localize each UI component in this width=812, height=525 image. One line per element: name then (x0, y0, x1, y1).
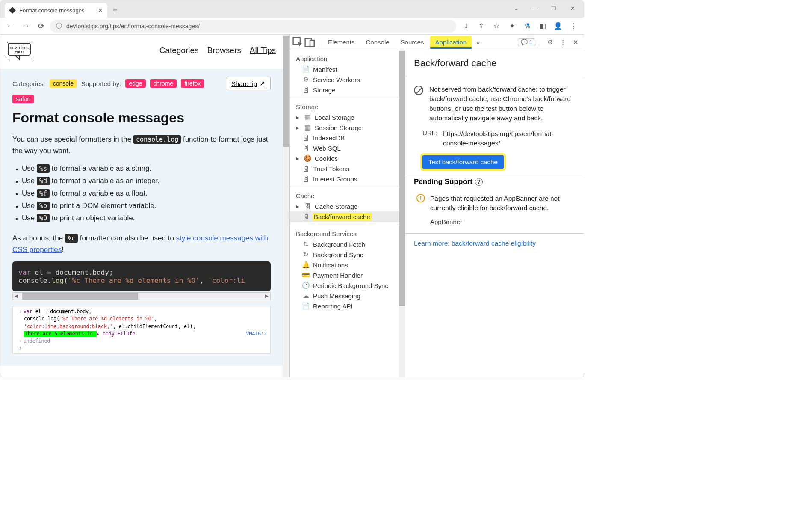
expand-icon[interactable]: ▶ (296, 125, 300, 130)
url-value: https://devtoolstips.org/tips/en/format-… (443, 129, 575, 148)
tag-console[interactable]: console (50, 79, 77, 88)
sidebar-item-manifest[interactable]: 📄Manifest (290, 64, 405, 74)
page-content-area: DEVTOOLSTIPS! Categories Browsers All Ti… (0, 35, 283, 377)
maximize-icon[interactable]: ☐ (545, 2, 562, 14)
sidebar-item-local-storage[interactable]: ▶▦Local Storage (290, 112, 405, 122)
profile-avatar[interactable]: 👤 (551, 19, 565, 33)
issues-button[interactable]: 💬1 (518, 38, 535, 46)
sidebar-item-push-messaging[interactable]: ☁Push Messaging (290, 291, 405, 301)
list-item: Use %o to print a DOM element variable. (22, 200, 271, 212)
close-window-icon[interactable]: ✕ (564, 2, 581, 14)
forward-button[interactable]: → (19, 20, 32, 33)
reload-button[interactable]: ⟳ (35, 20, 47, 33)
sidebar-item-session-storage[interactable]: ▶▦Session Storage (290, 122, 405, 133)
sidebar-scrollbar[interactable] (399, 50, 405, 377)
nav-browsers[interactable]: Browsers (207, 46, 241, 55)
sidebar-item-cache-storage[interactable]: ▶🗄Cache Storage (290, 201, 405, 211)
page-header: DEVTOOLSTIPS! Categories Browsers All Ti… (0, 35, 283, 69)
extensions-icon[interactable]: ✦ (505, 19, 519, 33)
devtools-tabbar: Elements Console Sources Application » 💬… (290, 35, 584, 50)
horizontal-scrollbar[interactable]: ◀▶ (12, 292, 271, 300)
sidebar-header-application: Application (290, 53, 405, 64)
sidebar-item-websql[interactable]: 🗄Web SQL (290, 143, 405, 153)
site-info-icon[interactable]: ⓘ (56, 22, 62, 30)
expand-icon[interactable]: ▶ (296, 115, 300, 120)
minimize-icon[interactable]: — (526, 2, 543, 14)
not-allowed-icon (414, 86, 423, 95)
sidebar-item-reporting-api[interactable]: 📄Reporting API (290, 301, 405, 311)
share-icon[interactable]: ⇪ (474, 19, 488, 33)
url-text: devtoolstips.org/tips/en/format-console-… (66, 23, 200, 30)
settings-gear-icon[interactable]: ⚙ (544, 37, 555, 48)
page-vertical-scrollbar[interactable] (283, 35, 289, 377)
site-logo[interactable]: DEVTOOLSTIPS! (5, 40, 35, 61)
inspect-element-icon[interactable] (292, 37, 304, 48)
pending-support-header: Pending Support ? (405, 175, 584, 189)
file-icon: 📄 (302, 302, 310, 310)
supported-label: Supported by: (81, 80, 121, 87)
close-tab-icon[interactable]: ✕ (98, 7, 103, 14)
list-item: Use %O to print an object variable. (22, 212, 271, 225)
share-tip-button[interactable]: Share tip↗ (226, 77, 271, 90)
sidebar-item-indexeddb[interactable]: 🗄IndexedDB (290, 133, 405, 143)
sidebar-item-storage[interactable]: 🗄Storage (290, 85, 405, 95)
nav-categories[interactable]: Categories (159, 46, 199, 55)
address-bar[interactable]: ⓘ devtoolstips.org/tips/en/format-consol… (50, 20, 456, 33)
tag-chrome[interactable]: chrome (150, 79, 177, 88)
nav-all-tips[interactable]: All Tips (250, 46, 276, 55)
tab-elements[interactable]: Elements (323, 36, 360, 48)
close-devtools-icon[interactable]: ✕ (570, 37, 581, 48)
help-icon[interactable]: ? (475, 178, 483, 186)
expand-icon[interactable]: ▶ (296, 204, 300, 209)
database-icon: 🗄 (302, 134, 310, 142)
bookmark-star-icon[interactable]: ☆ (490, 19, 503, 33)
sidebar-item-background-fetch[interactable]: ⇅Background Fetch (290, 239, 405, 249)
sidebar-item-cookies[interactable]: ▶🍪Cookies (290, 153, 405, 163)
tag-edge[interactable]: edge (125, 79, 145, 88)
sidebar-item-payment-handler[interactable]: 💳Payment Handler (290, 270, 405, 280)
caret-down-icon[interactable]: ⌄ (508, 2, 525, 14)
list-item: Use %s to format a variable as a string. (22, 163, 271, 175)
sidepanel-icon[interactable]: ◧ (536, 19, 549, 33)
sidebar-item-periodic-sync[interactable]: 🕐Periodic Background Sync (290, 280, 405, 291)
download-icon[interactable]: ⤓ (459, 19, 472, 33)
tab-application[interactable]: Application (430, 36, 472, 49)
sidebar-item-service-workers[interactable]: ⚙Service Workers (290, 74, 405, 85)
expand-icon[interactable]: ▶ (296, 156, 300, 161)
sidebar-item-bfcache[interactable]: 🗄Back/forward cache (290, 211, 405, 222)
tab-console[interactable]: Console (361, 36, 395, 48)
list-item: Use %f to format a variable as a float. (22, 187, 271, 200)
back-button[interactable]: ← (4, 20, 17, 33)
browser-tab[interactable]: Format console messages ✕ (5, 3, 107, 18)
external-link-icon: ↗ (260, 80, 265, 87)
console-output-image: ›var el = document.body; console.log('%c… (12, 306, 271, 354)
labs-icon[interactable]: ⚗ (520, 19, 534, 33)
page-title: Format console messages (12, 110, 271, 126)
devtools-menu-icon[interactable]: ⋮ (557, 37, 568, 48)
svg-point-5 (32, 42, 32, 43)
gear-icon: ⚙ (302, 76, 310, 83)
database-icon: 🗄 (302, 175, 310, 183)
menu-kebab-icon[interactable]: ⋮ (567, 19, 580, 33)
vm-link[interactable]: VM416:2 (246, 330, 267, 338)
test-bfcache-button[interactable]: Test back/forward cache (422, 155, 504, 169)
window-controls: ⌄ — ☐ ✕ (508, 0, 584, 14)
tab-title: Format console messages (19, 7, 84, 14)
tag-firefox[interactable]: firefox (181, 79, 204, 88)
application-main-pane: Back/forward cache Not served from back/… (405, 50, 584, 377)
database-icon: 🗄 (302, 165, 310, 172)
tab-sources[interactable]: Sources (396, 36, 429, 48)
new-tab-button[interactable]: + (107, 3, 123, 18)
more-tabs-icon[interactable]: » (472, 37, 484, 48)
device-toolbar-icon[interactable] (304, 37, 316, 48)
svg-marker-1 (15, 55, 19, 59)
sidebar-item-notifications[interactable]: 🔔Notifications (290, 260, 405, 270)
learn-more-link[interactable]: Learn more: back/forward cache eligibili… (405, 234, 584, 253)
table-icon: ▦ (304, 124, 311, 131)
sidebar-item-trust-tokens[interactable]: 🗄Trust Tokens (290, 163, 405, 174)
svg-rect-10 (310, 40, 314, 47)
tag-safari[interactable]: safari (12, 95, 34, 103)
sidebar-item-background-sync[interactable]: ↻Background Sync (290, 249, 405, 260)
cloud-icon: ☁ (302, 292, 310, 300)
sidebar-item-interest-groups[interactable]: 🗄Interest Groups (290, 174, 405, 184)
